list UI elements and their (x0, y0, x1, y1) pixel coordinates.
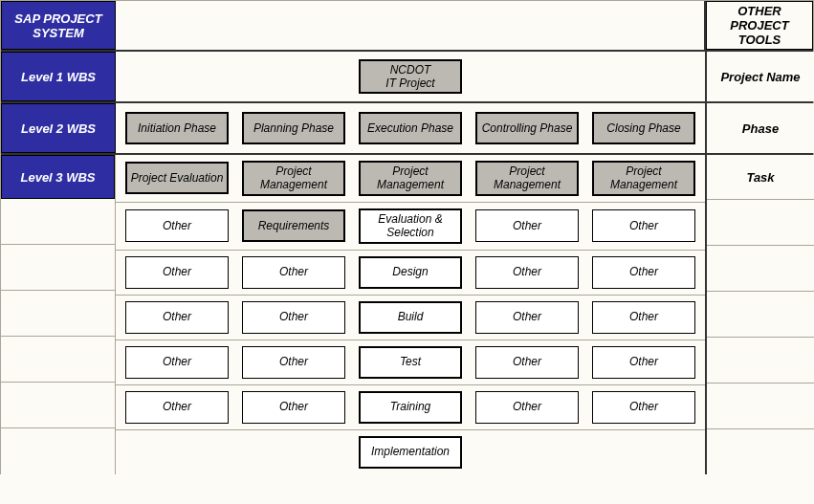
header-row: SAP PROJECT SYSTEM OTHER PROJECT TOOLS (1, 1, 813, 52)
phase-closing: Closing Phase (592, 112, 695, 144)
task-box: Requirements (242, 209, 345, 242)
level3-grid: Project Evaluation Project Management Pr… (116, 155, 707, 474)
task-box: Other (242, 346, 345, 379)
task-box: Training (359, 391, 462, 424)
task-box: Other (242, 391, 345, 424)
level2-mid: Initiation Phase Planning Phase Executio… (116, 103, 707, 153)
level3-block: Level 3 WBS Project Evaluation Project M… (1, 155, 813, 474)
task-box: Other (125, 209, 229, 242)
header-mid (116, 1, 706, 50)
phase-initiation: Initiation Phase (125, 112, 229, 144)
level2-right: Phase (707, 103, 814, 153)
task-box: Project Management (359, 161, 462, 196)
task-box: Project Evaluation (125, 162, 229, 194)
phase-controlling: Controlling Phase (475, 112, 579, 144)
task-box: Project Management (242, 161, 345, 196)
task-box: Project Management (475, 161, 579, 196)
task-box: Other (125, 346, 229, 379)
task-box: Other (125, 256, 229, 289)
task-box: Other (475, 209, 579, 242)
level1-label: Level 1 WBS (1, 52, 116, 101)
level1-mid: NCDOT IT Project (116, 52, 707, 101)
task-box: Design (359, 256, 462, 289)
task-box: Test (359, 346, 462, 379)
wbs-diagram: SAP PROJECT SYSTEM OTHER PROJECT TOOLS L… (0, 0, 814, 474)
level1-row: Level 1 WBS NCDOT IT Project Project Nam… (1, 52, 813, 103)
task-box: Other (475, 256, 579, 289)
level2-label: Level 2 WBS (1, 103, 116, 153)
task-box: Other (592, 346, 695, 379)
task-box: Other (242, 256, 345, 289)
level1-right: Project Name (707, 52, 814, 101)
task-box: Other (125, 391, 229, 424)
header-right: OTHER PROJECT TOOLS (706, 1, 813, 50)
l1-project-box: NCDOT IT Project (359, 59, 462, 95)
task-box: Build (359, 301, 462, 334)
task-box: Other (592, 209, 695, 242)
phase-execution: Execution Phase (359, 112, 462, 144)
task-box: Other (592, 301, 695, 334)
task-box: Implementation (359, 436, 462, 469)
task-box: Other (475, 301, 579, 334)
task-box: Other (475, 346, 579, 379)
task-box: Other (475, 391, 579, 424)
task-box: Other (125, 301, 229, 334)
task-box: Other (242, 301, 345, 334)
level2-row: Level 2 WBS Initiation Phase Planning Ph… (1, 103, 813, 155)
task-box: Other (592, 256, 695, 289)
header-left: SAP PROJECT SYSTEM (1, 1, 116, 50)
phase-planning: Planning Phase (242, 112, 345, 144)
task-box: Other (592, 391, 695, 424)
level3-right: Task (707, 155, 814, 199)
level3-label: Level 3 WBS (1, 155, 115, 199)
task-box: Project Management (592, 161, 695, 196)
task-box: Evaluation & Selection (359, 208, 462, 244)
